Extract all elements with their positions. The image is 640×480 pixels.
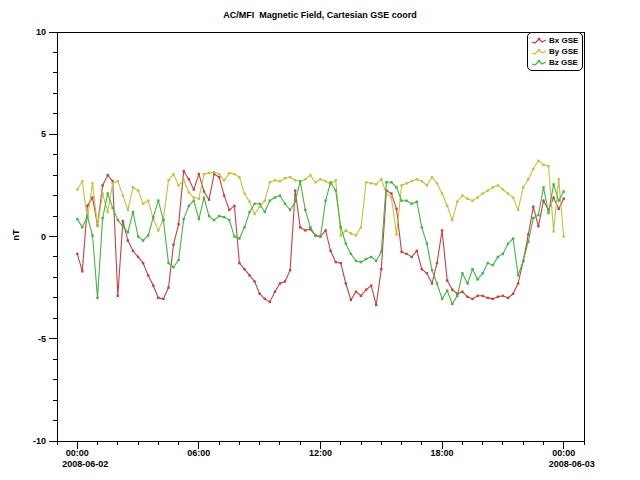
data-point: [284, 177, 286, 179]
data-point: [542, 186, 544, 188]
data-point: [502, 188, 504, 190]
data-point: [426, 243, 428, 245]
legend-label: Bx GSE: [549, 37, 578, 45]
data-point: [289, 269, 291, 271]
data-point: [137, 256, 139, 258]
data-point: [243, 192, 245, 194]
data-point: [284, 203, 286, 205]
data-point: [476, 278, 478, 280]
data-point: [527, 178, 529, 180]
data-point: [350, 232, 352, 234]
data-point: [355, 291, 357, 293]
data-point: [324, 229, 326, 231]
data-point: [188, 191, 190, 193]
data-point: [375, 260, 377, 262]
data-point: [203, 173, 205, 175]
data-point: [405, 182, 407, 184]
data-point: [497, 296, 499, 298]
data-point: [558, 178, 560, 180]
data-point: [487, 262, 489, 264]
data-point: [522, 260, 524, 262]
data-point: [360, 295, 362, 297]
data-point: [411, 180, 413, 182]
data-point: [147, 200, 149, 202]
data-point: [411, 203, 413, 205]
data-point: [259, 293, 261, 295]
legend-label: By GSE: [549, 48, 578, 56]
series-bz-gse: [76, 180, 565, 305]
data-point: [147, 274, 149, 276]
data-point: [218, 176, 220, 178]
data-point: [264, 200, 266, 202]
data-point: [269, 301, 271, 303]
series-line-bx-gse: [77, 171, 563, 305]
series-by-gse: [76, 160, 565, 238]
data-point: [487, 297, 489, 299]
data-point: [507, 192, 509, 194]
data-point: [350, 299, 352, 301]
data-point: [223, 216, 225, 218]
data-point: [345, 229, 347, 231]
data-point: [395, 233, 397, 235]
data-point: [456, 295, 458, 297]
data-point: [340, 226, 342, 228]
data-point: [152, 284, 154, 286]
data-point: [76, 253, 78, 255]
data-point: [507, 243, 509, 245]
data-point: [502, 295, 504, 297]
data-point: [294, 201, 296, 203]
data-point: [482, 192, 484, 194]
data-point: [218, 215, 220, 217]
data-point: [446, 279, 448, 281]
data-point: [162, 298, 164, 300]
data-point: [228, 172, 230, 174]
data-point: [101, 184, 103, 186]
data-point: [335, 261, 337, 263]
data-point: [365, 289, 367, 291]
data-point: [314, 181, 316, 183]
data-point: [492, 186, 494, 188]
data-point: [461, 291, 463, 293]
legend-line-sample-icon: [531, 47, 547, 56]
data-point: [193, 188, 195, 190]
data-point: [512, 196, 514, 198]
data-point: [248, 201, 250, 203]
data-point: [537, 214, 539, 216]
data-point: [279, 180, 281, 182]
data-point: [203, 190, 205, 192]
data-point: [324, 200, 326, 202]
data-point: [446, 205, 448, 207]
x-tick-date: 2008-06-03: [549, 459, 595, 469]
data-point: [552, 183, 554, 185]
data-point: [107, 192, 109, 194]
data-point: [269, 200, 271, 202]
data-point: [517, 274, 519, 276]
data-point: [375, 304, 377, 306]
data-point: [284, 280, 286, 282]
data-point: [117, 295, 119, 297]
data-point: [456, 201, 458, 203]
data-point: [76, 188, 78, 190]
data-point: [274, 179, 276, 181]
data-point: [431, 282, 433, 284]
data-point: [233, 205, 235, 207]
data-point: [183, 179, 185, 181]
data-point: [436, 182, 438, 184]
data-point: [274, 291, 276, 293]
data-point: [370, 182, 372, 184]
x-tick-date: 2008-06-02: [62, 459, 108, 469]
data-point: [537, 160, 539, 162]
data-point: [76, 218, 78, 220]
data-point: [294, 179, 296, 181]
data-point: [309, 174, 311, 176]
data-point: [238, 176, 240, 178]
data-point: [167, 286, 169, 288]
data-point: [238, 262, 240, 264]
data-point: [167, 179, 169, 181]
data-point: [466, 296, 468, 298]
data-point: [395, 208, 397, 210]
data-point: [81, 270, 83, 272]
data-point: [167, 262, 169, 264]
data-point: [563, 190, 565, 192]
data-point: [289, 176, 291, 178]
